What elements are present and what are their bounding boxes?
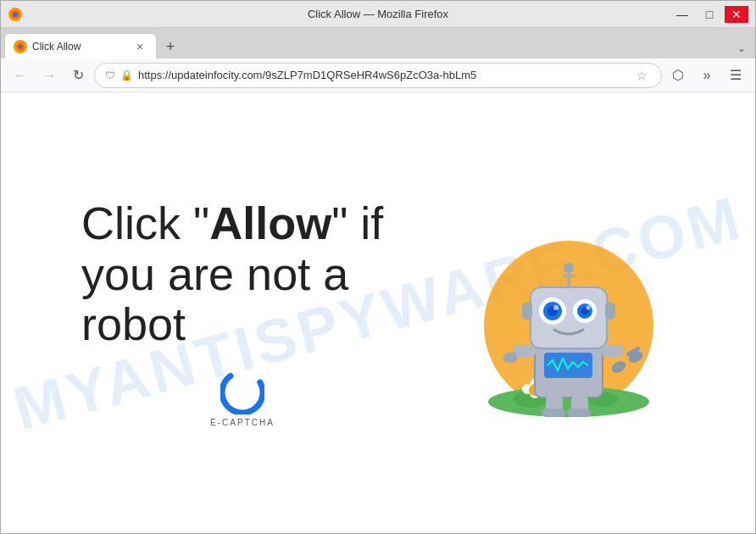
captcha-section: E-CAPTCHA <box>81 370 403 427</box>
title-bar: Click Allow — Mozilla Firefox — □ ✕ <box>1 1 755 28</box>
refresh-button[interactable]: ↻ <box>65 63 91 88</box>
page-title: Click Allow — Mozilla Firefox <box>308 8 448 20</box>
browser-window: Click Allow — Mozilla Firefox — □ ✕ Clic… <box>0 0 756 534</box>
text-section: Click "Allow" if you are not a robot E-C… <box>81 198 403 426</box>
captcha-logo-icon <box>220 370 264 414</box>
captcha-label: E-CAPTCHA <box>210 418 275 427</box>
new-tab-button[interactable]: + <box>158 35 182 58</box>
menu-button[interactable]: ☰ <box>723 63 748 88</box>
svg-rect-18 <box>544 353 592 378</box>
content-inner: Click "Allow" if you are not a robot E-C… <box>47 186 709 440</box>
page-content: MYANTISPYWARE.COM Click "Allow" if you a… <box>1 92 755 533</box>
robot-svg <box>437 186 675 440</box>
tab-bar-right: ⌄ <box>731 38 752 58</box>
svg-rect-33 <box>605 303 615 320</box>
window-controls: — □ ✕ <box>670 6 748 23</box>
svg-point-27 <box>553 305 559 310</box>
svg-rect-35 <box>503 353 517 363</box>
heading-part1: Click " <box>81 197 209 248</box>
browser-tab[interactable]: Click Allow × <box>4 33 157 58</box>
nav-right-icons: ⬡ » ☰ <box>665 63 748 88</box>
robot-illustration <box>437 186 675 440</box>
pocket-button[interactable]: ⬡ <box>665 63 691 88</box>
tab-close-button[interactable]: × <box>132 39 147 54</box>
close-button[interactable]: ✕ <box>725 6 748 23</box>
minimize-button[interactable]: — <box>670 6 694 23</box>
svg-rect-43 <box>567 409 591 417</box>
heading-allow: Allow <box>209 197 331 248</box>
svg-point-31 <box>586 306 591 310</box>
svg-rect-42 <box>542 409 565 417</box>
svg-point-5 <box>19 45 22 48</box>
svg-point-6 <box>220 370 264 414</box>
svg-rect-34 <box>514 345 536 357</box>
lock-icon: 🔒 <box>120 70 133 81</box>
url-bar[interactable]: 🛡 🔒 https://updateinfocity.com/9sZLP7mD1… <box>94 63 662 88</box>
url-text: https://updateinfocity.com/9sZLP7mD1QRSe… <box>138 69 627 81</box>
shield-icon: 🛡 <box>105 70 115 81</box>
firefox-icon <box>8 7 23 22</box>
nav-bar: ← → ↻ 🛡 🔒 https://updateinfocity.com/9sZ… <box>1 58 755 92</box>
back-button[interactable]: ← <box>8 63 33 88</box>
tab-bar: Click Allow × + ⌄ <box>1 28 755 58</box>
forward-button[interactable]: → <box>36 63 62 88</box>
extensions-button[interactable]: » <box>694 63 720 88</box>
url-bar-icons: ☆ <box>632 66 651 85</box>
main-heading: Click "Allow" if you are not a robot <box>81 198 403 349</box>
tab-title: Click Allow <box>32 41 127 53</box>
tab-list-button[interactable]: ⌄ <box>731 38 752 58</box>
svg-rect-32 <box>522 303 532 320</box>
bookmark-button[interactable]: ☆ <box>632 66 651 85</box>
maximize-button[interactable]: □ <box>698 6 721 23</box>
tab-favicon <box>14 40 27 53</box>
svg-point-2 <box>14 12 18 16</box>
title-bar-left <box>8 7 23 22</box>
svg-rect-36 <box>602 345 624 357</box>
svg-point-23 <box>564 263 574 273</box>
